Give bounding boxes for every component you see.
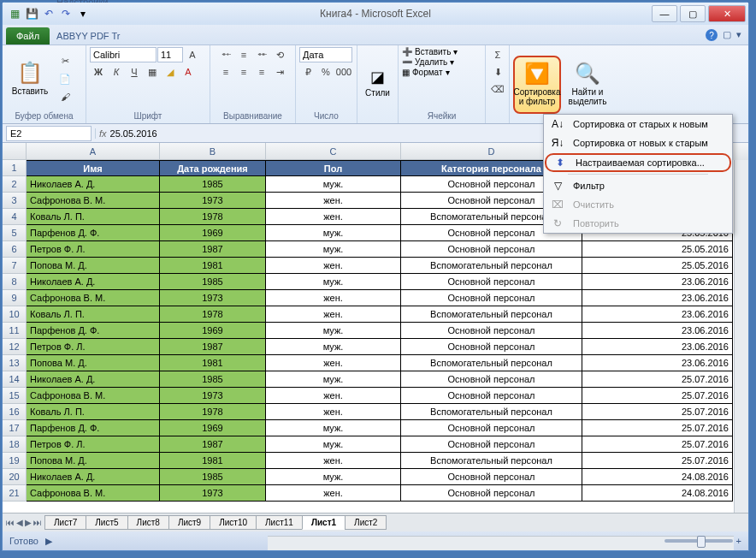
cell[interactable]: жен. <box>266 209 401 225</box>
menu-filter[interactable]: ▽ Фильтр <box>544 176 732 195</box>
percent-icon[interactable]: % <box>317 64 334 80</box>
cell[interactable]: Николаев А. Д. <box>27 469 160 485</box>
cell[interactable]: 23.06.2016 <box>582 290 733 306</box>
cell[interactable]: жен. <box>266 306 401 323</box>
sheet-tab[interactable]: Лист1 <box>302 515 346 530</box>
bold-button[interactable]: Ж <box>90 64 107 80</box>
cell[interactable]: муж. <box>266 371 401 388</box>
fx-icon[interactable]: fx <box>99 128 107 139</box>
cell[interactable]: Николаев А. Д. <box>27 371 160 388</box>
cell[interactable]: 24.08.2016 <box>582 469 733 485</box>
undo-icon[interactable]: ↶ <box>42 7 56 21</box>
first-sheet-icon[interactable]: ⏮ <box>6 518 15 527</box>
font-name-select[interactable] <box>90 47 157 62</box>
cell[interactable]: Вспомогательный персонал <box>401 355 582 371</box>
cell[interactable]: 1987 <box>160 339 266 355</box>
cell[interactable]: 1981 <box>160 355 266 371</box>
styles-button[interactable]: ◪ Стили <box>361 55 394 113</box>
align-center-icon[interactable]: ≡ <box>235 64 252 80</box>
prev-sheet-icon[interactable]: ◀ <box>16 518 23 527</box>
fill-color-icon[interactable]: ◢ <box>162 64 179 80</box>
cell[interactable]: Основной персонал <box>401 469 582 485</box>
row-header[interactable]: 5 <box>3 225 27 241</box>
cell[interactable]: муж. <box>266 420 401 436</box>
align-bottom-icon[interactable]: ⬵ <box>253 47 270 62</box>
row-header[interactable]: 9 <box>3 290 27 306</box>
align-top-icon[interactable]: ⬴ <box>217 47 234 62</box>
cell[interactable]: 25.05.2016 <box>582 258 733 274</box>
delete-cells-button[interactable]: ➖Удалить ▾ <box>402 57 481 67</box>
macro-icon[interactable]: ▶ <box>45 536 52 547</box>
zoom-slider[interactable] <box>664 539 733 543</box>
row-header[interactable]: 16 <box>3 404 27 420</box>
orientation-icon[interactable]: ⟲ <box>271 47 288 62</box>
cell[interactable]: муж. <box>266 241 401 258</box>
cell[interactable]: муж. <box>266 225 401 241</box>
minimize-ribbon-icon[interactable]: ▢ <box>723 29 731 41</box>
menu-custom-sort[interactable]: ⬍ Настраиваемая сортировка... <box>545 153 731 172</box>
indent-icon[interactable]: ⇥ <box>271 64 288 80</box>
cell[interactable]: Попова М. Д. <box>27 453 160 469</box>
cell[interactable]: Основной персонал <box>401 241 582 258</box>
autosum-icon[interactable]: Σ <box>489 47 506 62</box>
copy-icon[interactable]: 📄 <box>56 71 74 86</box>
cell[interactable]: 25.07.2016 <box>582 404 733 420</box>
menu-sort-old-to-new[interactable]: А↓ Сортировка от старых к новым <box>544 115 732 134</box>
number-format-select[interactable] <box>299 47 352 62</box>
cell[interactable]: Петров Ф. Л. <box>27 436 160 453</box>
cell[interactable]: 23.06.2016 <box>582 339 733 355</box>
format-cells-button[interactable]: ▦Формат ▾ <box>402 68 481 77</box>
align-left-icon[interactable]: ≡ <box>217 64 234 80</box>
row-header[interactable]: 8 <box>3 274 27 290</box>
cell[interactable]: Попова М. Д. <box>27 258 160 274</box>
cell[interactable]: жен. <box>266 290 401 306</box>
cell[interactable]: Вспомогательный персонал <box>401 453 582 469</box>
cell[interactable]: жен. <box>266 355 401 371</box>
cell[interactable]: Парфенов Д. Ф. <box>27 225 160 241</box>
cell[interactable]: Вспомогательный персонал <box>401 258 582 274</box>
cell[interactable]: Основной персонал <box>401 436 582 453</box>
cell[interactable]: 1985 <box>160 176 266 193</box>
cell[interactable]: Николаев А. Д. <box>27 176 160 193</box>
cell[interactable]: 1969 <box>160 420 266 436</box>
cell[interactable]: 1978 <box>160 306 266 323</box>
cell[interactable]: 25.07.2016 <box>582 371 733 388</box>
cell[interactable]: 1969 <box>160 323 266 339</box>
align-middle-icon[interactable]: ≡ <box>235 47 252 62</box>
file-tab[interactable]: Файл <box>6 27 50 45</box>
row-header[interactable]: 15 <box>3 388 27 404</box>
row-header[interactable]: 19 <box>3 453 27 469</box>
cell[interactable]: 1985 <box>160 274 266 290</box>
cell[interactable]: 1981 <box>160 453 266 469</box>
column-header[interactable]: C <box>266 143 401 160</box>
cell[interactable]: жен. <box>266 388 401 404</box>
qat-dropdown-icon[interactable]: ▾ <box>76 7 90 21</box>
font-size-select[interactable] <box>157 47 183 62</box>
row-header[interactable]: 18 <box>3 436 27 453</box>
cell[interactable]: муж. <box>266 323 401 339</box>
row-header[interactable]: 13 <box>3 355 27 371</box>
cell[interactable]: муж. <box>266 176 401 193</box>
cell[interactable]: Сафронова В. М. <box>27 388 160 404</box>
row-header[interactable]: 21 <box>3 485 27 502</box>
cell[interactable]: 25.05.2016 <box>582 241 733 258</box>
cell[interactable]: муж. <box>266 469 401 485</box>
sheet-tab[interactable]: Лист8 <box>127 515 169 530</box>
insert-cells-button[interactable]: ➕Вставить ▾ <box>402 47 481 56</box>
row-header[interactable]: 4 <box>3 209 27 225</box>
sort-filter-button[interactable]: 🔽 Сортировка и фильтр <box>513 56 561 114</box>
cell[interactable]: Сафронова В. М. <box>27 485 160 502</box>
cell[interactable]: жен. <box>266 404 401 420</box>
cell[interactable]: 1973 <box>160 193 266 209</box>
row-header[interactable]: 7 <box>3 258 27 274</box>
help-icon[interactable]: ? <box>706 29 718 41</box>
cell[interactable]: 1981 <box>160 258 266 274</box>
menu-sort-new-to-old[interactable]: Я↓ Сортировка от новых к старым <box>544 134 732 152</box>
cell[interactable]: Коваль Л. П. <box>27 306 160 323</box>
grow-font-icon[interactable]: A <box>184 47 201 62</box>
cell[interactable]: Николаев А. Д. <box>27 274 160 290</box>
cell[interactable]: муж. <box>266 274 401 290</box>
cell[interactable]: 1978 <box>160 209 266 225</box>
maximize-button[interactable]: ▢ <box>680 5 706 22</box>
format-painter-icon[interactable]: 🖌 <box>56 89 74 104</box>
